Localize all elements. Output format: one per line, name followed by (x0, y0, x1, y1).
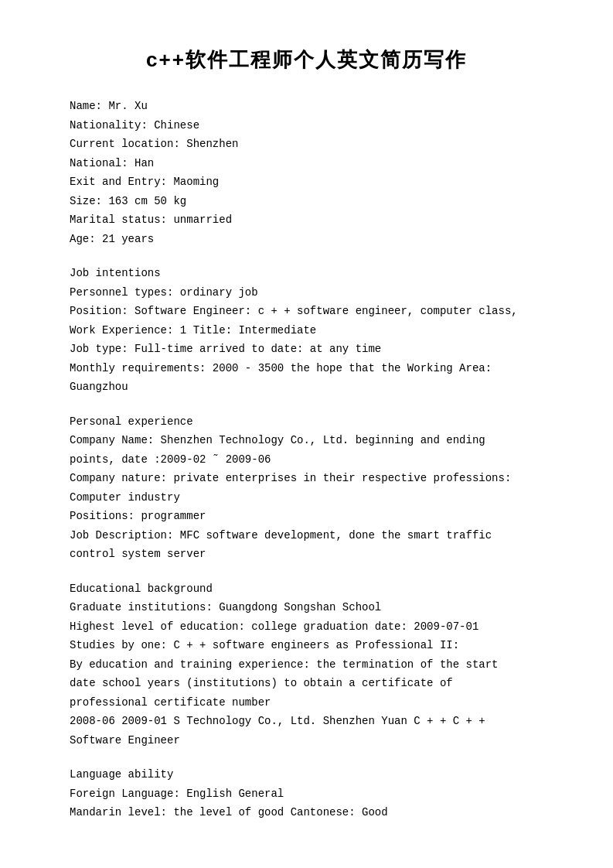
line-1-6: Guangzhou (70, 378, 543, 397)
line-3-5: date school years (institutions) to obta… (70, 674, 543, 693)
line-2-6: Job Description: MFC software developmen… (70, 526, 543, 545)
line-3-6: professional certificate number (70, 693, 543, 713)
line-1-5: Monthly requirements: 2000 - 3500 the ho… (70, 359, 543, 378)
line-2-5: Positions: programmer (70, 507, 543, 526)
line-3-0: Educational background (70, 579, 543, 599)
line-2-4: Computer industry (70, 488, 543, 507)
line-4-0: Language ability (70, 765, 543, 784)
section-educational-background: Educational backgroundGraduate instituti… (70, 579, 543, 750)
line-1-1: Personnel types: ordinary job (70, 283, 543, 302)
line-3-2: Highest level of education: college grad… (70, 617, 543, 637)
section-language-ability: Language abilityForeign Language: Englis… (70, 765, 543, 822)
line-0-0: Name: Mr. Xu (70, 97, 543, 116)
line-2-3: Company nature: private enterprises in t… (70, 469, 543, 488)
line-2-1: Company Name: Shenzhen Technology Co., L… (70, 431, 543, 450)
resume-body: Name: Mr. XuNationality: ChineseCurrent … (70, 97, 543, 822)
line-3-4: By education and training experience: th… (70, 655, 543, 675)
section-personal-info: Name: Mr. XuNationality: ChineseCurrent … (70, 97, 543, 248)
section-personal-experience: Personal experienceCompany Name: Shenzhe… (70, 412, 543, 564)
line-3-1: Graduate institutions: Guangdong Songsha… (70, 598, 543, 617)
line-3-7: 2008-06 2009-01 S Technology Co., Ltd. S… (70, 712, 543, 731)
line-2-2: points, date :2009-02 ˜ 2009-06 (70, 450, 543, 470)
line-3-8: Software Engineer (70, 731, 543, 750)
line-3-3: Studies by one: C + + software engineers… (70, 636, 543, 655)
line-0-4: Exit and Entry: Maoming (70, 173, 543, 192)
line-0-3: National: Han (70, 154, 543, 173)
line-1-0: Job intentions (70, 264, 543, 283)
line-0-1: Nationality: Chinese (70, 116, 543, 135)
line-1-2: Position: Software Engineer: c + + softw… (70, 302, 543, 321)
line-1-3: Work Experience: 1 Title: Intermediate (70, 321, 543, 340)
line-2-0: Personal experience (70, 412, 543, 432)
section-job-intentions: Job intentionsPersonnel types: ordinary … (70, 264, 543, 397)
line-0-7: Age: 21 years (70, 230, 543, 249)
line-4-1: Foreign Language: English General (70, 784, 543, 804)
line-1-4: Job type: Full-time arrived to date: at … (70, 340, 543, 359)
page-title: c++软件工程师个人英文简历写作 (70, 46, 543, 73)
line-4-2: Mandarin level: the level of good Canton… (70, 803, 543, 822)
line-0-2: Current location: Shenzhen (70, 135, 543, 154)
line-2-7: control system server (70, 545, 543, 564)
line-0-5: Size: 163 cm 50 kg (70, 192, 543, 211)
line-0-6: Marital status: unmarried (70, 210, 543, 230)
